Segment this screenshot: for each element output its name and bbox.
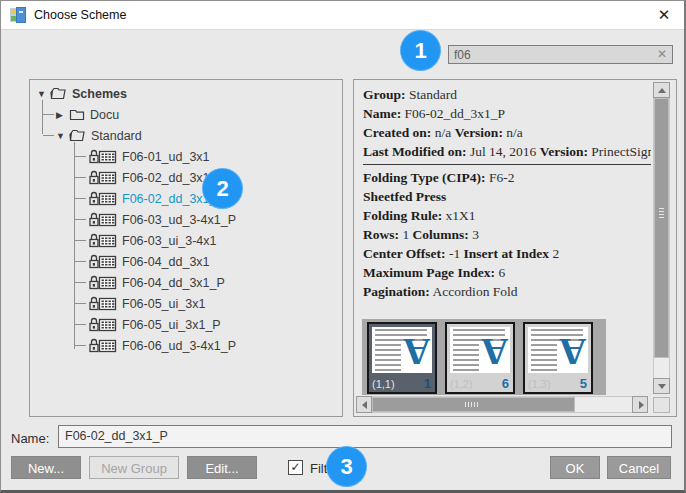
folder-open-icon [50,87,67,100]
tree-item-label: F06-04_dd_3x1_P [122,276,225,290]
scheme-icon [88,338,117,353]
scheme-icon [88,170,117,185]
scheme-icon [88,275,117,290]
detail-line: Created on: n/a Version: n/a [363,123,651,142]
tree-item-scheme[interactable]: F06-03_ui_3-4x1 [30,230,342,251]
tree-item-label: F06-06_ud_3-4x1_P [122,339,236,353]
triangle-down-icon [658,384,666,389]
tree-branch-line [75,303,86,304]
detail-line: Center Offset: -1 Insert at Index 2 [363,244,651,263]
detail-line: Group: Standard [363,85,651,104]
ok-button[interactable]: OK [550,456,600,479]
scroll-right-button[interactable] [632,396,648,413]
expander-right-icon[interactable]: ▶ [56,110,66,120]
tree-item-scheme[interactable]: F06-04_dd_3x1 [30,251,342,272]
tree-item-scheme[interactable]: F06-03_ud_3-4x1_P [30,209,342,230]
app-icon [10,7,26,23]
triangle-up-icon [658,88,666,93]
scrollbar-corner [653,397,670,413]
tree-item-label: F06-02_dd_3x1 [122,171,210,185]
scheme-icon [88,212,117,227]
search-value: f06 [454,48,471,62]
tree-item-scheme[interactable]: F06-05_ui_3x1 [30,293,342,314]
tree-item-label: Docu [90,108,119,122]
tree-item-scheme[interactable]: F06-06_ud_3-4x1_P [30,335,342,356]
tree-branch-line [43,114,54,115]
page-thumbnail[interactable]: A (1,1) 1 [367,322,437,394]
page-text-lines [375,344,401,371]
thumbnail-caption: (1,1) 1 [372,376,431,391]
thumbnail-strip: A (1,1) 1 A (1,2) 6 A (1,3) 5 [362,319,606,395]
scroll-down-button[interactable] [653,378,670,394]
page-number: 6 [502,376,509,391]
tree-branch-line [75,156,86,157]
tree-branch-line [75,219,86,220]
scheme-tree-panel: ▼ Schemes▶ Docu▼ Standard F06-01_ud_3x1 … [29,79,343,417]
vertical-scrollbar[interactable] [653,82,670,394]
scheme-tree: ▼ Schemes▶ Docu▼ Standard F06-01_ud_3x1 … [30,83,342,356]
page-text-lines [453,344,479,371]
dialog-title: Choose Scheme [34,8,126,22]
scroll-up-button[interactable] [653,82,670,98]
tree-item-scheme[interactable]: F06-04_dd_3x1_P [30,272,342,293]
page-thumbnail[interactable]: A (1,2) 6 [445,322,515,394]
tree-branch-line [75,240,86,241]
horizontal-scroll-thumb[interactable] [372,397,575,412]
tree-item-scheme[interactable]: F06-02_dd_3x1_P [30,188,342,209]
name-field-label: Name: [11,431,49,446]
scheme-icon [88,233,117,248]
edit-button[interactable]: Edit... [187,456,257,479]
detail-line: Rows: 1 Columns: 3 [363,225,651,244]
clear-search-icon[interactable]: ✕ [657,47,667,61]
tree-item-label: F06-03_ud_3-4x1_P [122,213,236,227]
scheme-details: Group: StandardName: F06-02_dd_3x1_PCrea… [363,85,651,301]
tree-item-label: F06-01_ud_3x1 [122,150,210,164]
new-button[interactable]: New... [11,456,81,479]
tree-item-label: Schemes [72,87,127,101]
scheme-icon [88,191,117,206]
choose-scheme-dialog: Choose Scheme ✕ f06 ✕ ▼ Schemes▶ Docu▼ S… [0,0,686,493]
vertical-scroll-thumb[interactable] [654,98,669,358]
tree-branch-line [75,282,86,283]
cancel-button[interactable]: Cancel [607,456,671,479]
detail-line: Name: F06-02_dd_3x1_P [363,104,651,123]
vertical-scroll-track[interactable] [653,98,670,378]
tree-item-scheme[interactable]: F06-05_ui_3x1_P [30,314,342,335]
page-text-lines [531,344,557,371]
page-number: 5 [580,376,587,391]
thumbnail-caption: (1,2) 6 [450,376,509,391]
tree-branch-line [75,177,86,178]
detail-line: Folding Rule: x1X1 [363,206,651,225]
expander-down-icon[interactable]: ▼ [56,131,66,141]
annotation-circle-2: 2 [202,168,243,209]
filter-checkbox[interactable]: ✓ [288,460,303,475]
page-preview: A [528,327,588,373]
detail-line: Folding Type (CIP4): F6-2 [363,168,651,187]
cell-coordinate: (1,1) [372,378,395,390]
tree-item-folder[interactable]: ▼ Schemes [30,83,342,104]
horizontal-scroll-track[interactable] [372,396,632,413]
scheme-icon [88,254,117,269]
scroll-left-button[interactable] [356,396,372,413]
rotated-letter-glyph: A [481,333,508,371]
tree-item-scheme[interactable]: F06-02_dd_3x1 [30,167,342,188]
search-input[interactable]: f06 ✕ [448,45,673,64]
page-thumbnail[interactable]: A (1,3) 5 [523,322,593,394]
tree-item-folder[interactable]: ▶ Docu [30,104,342,125]
triangle-left-icon [362,401,367,409]
folder-closed-icon [69,108,85,121]
close-icon[interactable]: ✕ [655,6,673,24]
triangle-right-icon [639,401,644,409]
new-group-button[interactable]: New Group [89,456,179,479]
tree-item-folder[interactable]: ▼ Standard [30,125,342,146]
horizontal-scrollbar[interactable] [356,396,648,413]
rotated-letter-glyph: A [559,333,586,371]
tree-branch-line [43,135,54,136]
tree-item-scheme[interactable]: F06-01_ud_3x1 [30,146,342,167]
expander-down-icon[interactable]: ▼ [37,89,47,99]
page-preview: A [372,327,432,373]
tree-branch-line [75,324,86,325]
tree-branch-line [75,261,86,262]
name-input[interactable]: F06-02_dd_3x1_P [58,425,672,448]
tree-item-label: F06-05_ui_3x1 [122,297,205,311]
